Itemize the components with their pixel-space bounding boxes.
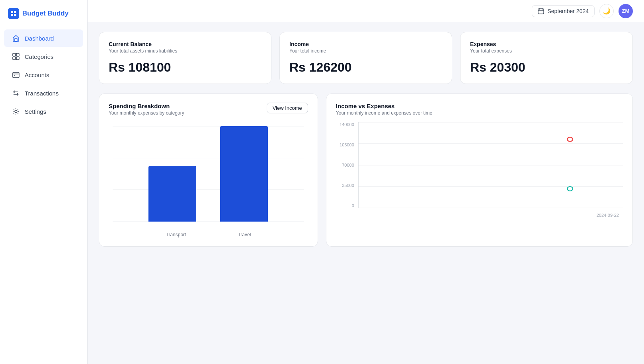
x-labels: Transport Travel (109, 230, 308, 237)
sidebar: Budget Buddy DashboardCategoriesAccounts… (0, 0, 88, 364)
svg-rect-2 (11, 14, 13, 16)
card-amount: Rs 126200 (289, 60, 442, 75)
income-expenses-title-group: Income vs Expenses Your monthly income a… (336, 103, 432, 116)
sidebar-label-accounts: Accounts (25, 72, 49, 78)
sidebar-item-settings[interactable]: Settings (4, 103, 83, 120)
grid-icon (12, 53, 20, 60)
y-label-3: 70000 (336, 163, 354, 167)
svg-rect-4 (15, 39, 17, 41)
income-expenses-sub: Your monthly income and expenses over ti… (336, 110, 432, 116)
sidebar-item-transactions[interactable]: Transactions (4, 84, 83, 102)
svg-rect-5 (13, 53, 16, 56)
logo-area: Budget Buddy (0, 0, 87, 29)
calendar-icon (538, 8, 544, 14)
bar-chart-container: Transport Travel (109, 122, 308, 237)
transport-label: Transport (166, 232, 186, 237)
transport-bar (148, 166, 196, 222)
settings-icon (12, 107, 20, 115)
line-chart-container: 140000 105000 70000 35000 0 (336, 122, 623, 218)
sidebar-label-settings: Settings (25, 108, 46, 115)
sidebar-item-categories[interactable]: Categories (4, 48, 83, 65)
card-label: Current Balance (109, 41, 262, 47)
spending-title: Spending Breakdown (109, 103, 184, 109)
svg-point-10 (15, 110, 17, 113)
spending-header: Spending Breakdown Your monthly expenses… (109, 103, 308, 116)
sidebar-label-categories: Categories (25, 53, 54, 60)
income-expenses-title: Income vs Expenses (336, 103, 432, 109)
topbar: September 2024 🌙 ZM (88, 0, 644, 22)
view-income-button[interactable]: View Income (267, 103, 308, 113)
content-area: Current Balance Your total assets minus … (88, 22, 644, 364)
nav: DashboardCategoriesAccountsTransactionsS… (0, 29, 87, 121)
bars-area (109, 122, 308, 222)
y-label-4: 105000 (336, 142, 354, 147)
spending-breakdown-card: Spending Breakdown Your monthly expenses… (99, 93, 318, 247)
card-current-balance: Current Balance Your total assets minus … (99, 32, 271, 84)
svg-rect-8 (16, 57, 19, 60)
x-axis-label: 2024-09-22 (597, 213, 619, 218)
logo-icon (8, 8, 19, 19)
spending-title-group: Spending Breakdown Your monthly expenses… (109, 103, 184, 116)
main-area: September 2024 🌙 ZM Current Balance Your… (88, 0, 644, 364)
app-name: Budget Buddy (22, 10, 68, 18)
income-data-point (567, 137, 572, 142)
bar-travel (220, 126, 268, 222)
line-chart-svg (358, 122, 623, 208)
svg-rect-3 (14, 14, 16, 16)
expense-data-point (567, 187, 572, 191)
sidebar-item-dashboard[interactable]: Dashboard (4, 29, 83, 47)
svg-rect-1 (14, 11, 16, 13)
theme-toggle-button[interactable]: 🌙 (599, 4, 614, 18)
sidebar-item-accounts[interactable]: Accounts (4, 66, 83, 84)
travel-bar (220, 126, 268, 222)
income-expenses-header: Income vs Expenses Your monthly income a… (336, 103, 623, 116)
date-label: September 2024 (547, 8, 589, 14)
y-axis: 140000 105000 70000 35000 0 (336, 122, 357, 208)
summary-cards: Current Balance Your total assets minus … (99, 32, 633, 84)
svg-rect-6 (16, 53, 19, 56)
card-sub: Your total expenses (470, 48, 623, 54)
y-label-2: 35000 (336, 183, 354, 188)
svg-rect-7 (13, 57, 16, 60)
y-label-5: 140000 (336, 122, 354, 127)
card-sub: Your total assets minus liabilities (109, 48, 262, 54)
income-expenses-card: Income vs Expenses Your monthly income a… (326, 93, 633, 247)
card-expenses: Expenses Your total expenses Rs 20300 (460, 32, 633, 84)
svg-rect-9 (13, 72, 19, 78)
account-icon (12, 71, 20, 79)
bar-transport (148, 166, 196, 222)
date-selector[interactable]: September 2024 (532, 5, 595, 17)
svg-rect-11 (538, 9, 544, 14)
home-icon (12, 34, 20, 42)
y-label-1: 0 (336, 203, 354, 208)
charts-row: Spending Breakdown Your monthly expenses… (99, 93, 633, 247)
card-income: Income Your total income Rs 126200 (279, 32, 452, 84)
sidebar-label-transactions: Transactions (25, 90, 59, 97)
sidebar-label-dashboard: Dashboard (25, 35, 54, 42)
avatar: ZM (619, 4, 633, 18)
spending-sub: Your monthly expenses by category (109, 110, 184, 116)
card-amount: Rs 20300 (470, 60, 623, 75)
card-sub: Your total income (289, 48, 442, 54)
transaction-icon (12, 89, 20, 97)
card-amount: Rs 108100 (109, 60, 262, 75)
card-label: Income (289, 41, 442, 47)
card-label: Expenses (470, 41, 623, 47)
svg-rect-0 (11, 11, 13, 13)
travel-label: Travel (238, 232, 251, 237)
